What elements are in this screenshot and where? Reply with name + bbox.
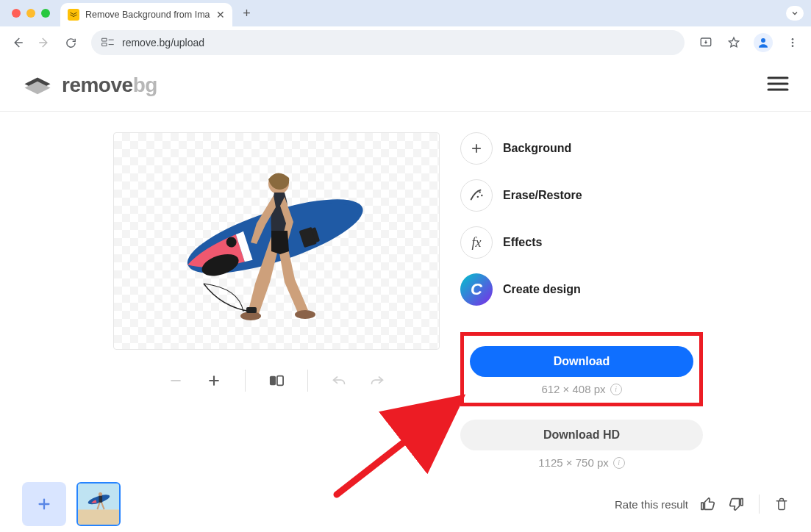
reload-icon: [65, 37, 77, 49]
site-info-icon[interactable]: [101, 37, 115, 48]
svg-rect-0: [102, 38, 107, 41]
site-header: removebg: [0, 59, 811, 112]
maximize-window-button[interactable]: [41, 9, 50, 18]
plus-circle-icon: [460, 132, 493, 165]
browser-menu-button[interactable]: [782, 32, 804, 54]
kebab-icon: [787, 37, 799, 48]
svg-point-29: [481, 195, 482, 196]
address-bar[interactable]: remove.bg/upload: [91, 30, 685, 55]
effects-icon: fx: [460, 226, 493, 259]
thumbs-down-icon: [728, 496, 744, 512]
favicon-icon: [68, 9, 79, 21]
canva-icon: C: [460, 273, 493, 306]
site-logo[interactable]: removebg: [22, 73, 157, 97]
divider: [759, 495, 760, 514]
browser-tab-active[interactable]: Remove Background from Ima ✕: [60, 3, 232, 26]
bookmark-button[interactable]: [723, 32, 745, 54]
svg-point-30: [477, 196, 479, 198]
erase-restore-action[interactable]: Erase/Restore: [460, 179, 703, 212]
compare-button[interactable]: [266, 370, 287, 391]
action-label: Effects: [503, 236, 542, 249]
svg-point-6: [792, 38, 794, 40]
info-icon[interactable]: i: [610, 384, 622, 395]
create-design-action[interactable]: C Create design: [460, 273, 703, 306]
thumbs-up-icon: [700, 496, 716, 512]
canvas-toolbar: [165, 367, 387, 394]
effects-action[interactable]: fx Effects: [460, 226, 703, 259]
svg-rect-1: [102, 43, 107, 46]
svg-point-37: [99, 492, 102, 496]
logo-text: removebg: [62, 73, 157, 97]
svg-rect-38: [99, 496, 102, 503]
main-content: Background Erase/Restore fx Effects C Cr…: [0, 112, 811, 472]
install-app-button[interactable]: [695, 32, 717, 54]
minimize-window-button[interactable]: [26, 9, 35, 18]
install-icon: [699, 36, 712, 49]
profile-button[interactable]: [754, 33, 773, 52]
thumbs-up-button[interactable]: [700, 496, 716, 512]
chevron-down-icon: [790, 9, 799, 18]
svg-point-28: [479, 191, 480, 193]
rate-area: Rate this result: [615, 495, 789, 514]
svg-rect-24: [270, 376, 276, 386]
divider: [307, 370, 308, 392]
download-highlight-box: Download 612 × 408 pxi: [460, 332, 703, 406]
new-tab-button[interactable]: +: [237, 3, 257, 24]
page-body: removebg: [0, 59, 811, 532]
download-hd-dimensions: 1125 × 750 pxi: [460, 456, 703, 469]
actions-panel: Background Erase/Restore fx Effects C Cr…: [460, 132, 703, 472]
delete-button[interactable]: [774, 496, 789, 512]
trash-icon: [774, 496, 789, 512]
rate-label: Rate this result: [615, 498, 688, 511]
undo-icon: [332, 374, 346, 387]
back-button[interactable]: [7, 32, 28, 53]
minus-icon: [168, 373, 183, 388]
download-button[interactable]: Download: [470, 346, 693, 377]
zoom-out-button[interactable]: [165, 370, 186, 391]
browser-toolbar: remove.bg/upload: [0, 26, 811, 59]
subject-image: [170, 153, 383, 337]
compare-icon: [268, 373, 285, 388]
erase-icon: [460, 179, 493, 212]
tab-overflow-button[interactable]: [786, 6, 804, 21]
add-image-button[interactable]: [22, 482, 66, 526]
close-window-button[interactable]: [12, 9, 21, 18]
canvas-column: [113, 132, 440, 472]
action-label: Erase/Restore: [503, 189, 582, 202]
download-dimensions: 612 × 408 pxi: [470, 383, 693, 395]
tab-close-icon[interactable]: ✕: [216, 9, 225, 21]
tab-title: Remove Background from Ima: [85, 10, 210, 20]
thumbnail-image: [78, 484, 119, 525]
window-controls: [12, 9, 50, 18]
reload-button[interactable]: [60, 32, 81, 53]
arrow-left-icon: [11, 36, 24, 49]
plus-icon: [207, 373, 221, 388]
divider: [245, 370, 246, 392]
url-text: remove.bg/upload: [122, 37, 674, 48]
svg-point-19: [295, 310, 315, 319]
thumbs-down-button[interactable]: [728, 496, 744, 512]
action-label: Background: [503, 142, 571, 155]
browser-tabbar: Remove Background from Ima ✕ +: [0, 0, 811, 26]
background-action[interactable]: Background: [460, 132, 703, 165]
svg-rect-25: [277, 376, 283, 386]
svg-point-7: [792, 42, 794, 44]
menu-button[interactable]: [767, 76, 789, 95]
thumbnail-selected[interactable]: [76, 482, 121, 526]
result-canvas[interactable]: [113, 132, 440, 350]
svg-rect-20: [246, 307, 257, 313]
download-hd-button[interactable]: Download HD: [460, 420, 703, 450]
forward-button: [34, 32, 54, 53]
action-label: Create design: [503, 283, 581, 296]
info-icon[interactable]: i: [613, 457, 625, 469]
svg-rect-35: [78, 509, 119, 525]
redo-icon: [370, 374, 385, 387]
arrow-right-icon: [37, 36, 51, 49]
undo-button: [329, 370, 349, 391]
svg-point-8: [792, 45, 794, 47]
bottom-bar: Rate this result: [0, 476, 811, 532]
person-icon: [757, 36, 770, 49]
star-icon: [727, 36, 740, 49]
zoom-in-button[interactable]: [204, 370, 224, 391]
plus-icon: [36, 496, 52, 512]
